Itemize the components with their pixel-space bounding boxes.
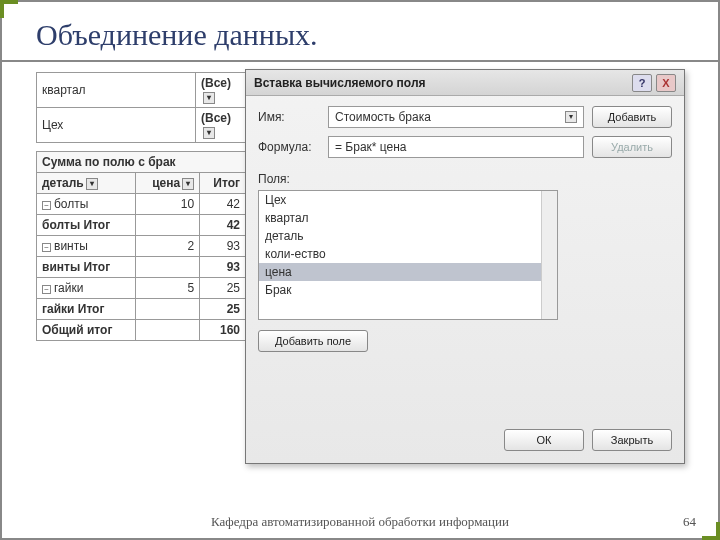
table-cell xyxy=(135,320,199,341)
table-cell: 93 xyxy=(200,257,246,278)
filter-label: Цех xyxy=(37,108,196,143)
dropdown-icon: ▾ xyxy=(203,92,215,104)
table-cell: 93 xyxy=(200,236,246,257)
collapse-icon[interactable]: − xyxy=(42,243,51,252)
dropdown-icon: ▾ xyxy=(86,178,98,190)
list-item[interactable]: квартал xyxy=(259,209,557,227)
col-header[interactable]: цена▾ xyxy=(135,173,199,194)
table-row-label: Общий итог xyxy=(37,320,136,341)
table-cell: 5 xyxy=(135,278,199,299)
add-field-button[interactable]: Добавить поле xyxy=(258,330,368,352)
slide-footer: Кафедра автоматизированной обработки инф… xyxy=(0,514,720,530)
pivot-table: квартал (Все)▾ Цех (Все)▾ Сумма по полю … xyxy=(36,72,246,349)
formula-label: Формула: xyxy=(258,140,320,154)
table-cell: 42 xyxy=(200,194,246,215)
dropdown-icon: ▾ xyxy=(565,111,577,123)
fields-listbox[interactable]: Цехкварталдетальколи-ествоценаБрак xyxy=(258,190,558,320)
table-row-label: винты Итог xyxy=(37,257,136,278)
sum-label: Сумма по полю с брак xyxy=(37,152,246,173)
formula-input[interactable]: = Брак* цена xyxy=(328,136,584,158)
name-input[interactable]: Стоимость брака ▾ xyxy=(328,106,584,128)
list-item[interactable]: Цех xyxy=(259,191,557,209)
fields-label: Поля: xyxy=(258,172,672,186)
scrollbar[interactable] xyxy=(541,191,557,319)
table-row-label: болты Итог xyxy=(37,215,136,236)
table-cell: 42 xyxy=(200,215,246,236)
table-row-label: −гайки xyxy=(37,278,136,299)
dialog-title: Вставка вычисляемого поля xyxy=(254,76,426,90)
filter-value[interactable]: (Все)▾ xyxy=(196,73,246,108)
table-row-label: −винты xyxy=(37,236,136,257)
dialog-titlebar: Вставка вычисляемого поля ? X xyxy=(246,70,684,96)
calc-field-dialog: Вставка вычисляемого поля ? X Имя: Стоим… xyxy=(245,69,685,464)
row-header[interactable]: деталь▾ xyxy=(37,173,136,194)
list-item[interactable]: коли-ество xyxy=(259,245,557,263)
filter-label: квартал xyxy=(37,73,196,108)
collapse-icon[interactable]: − xyxy=(42,201,51,210)
table-cell: 25 xyxy=(200,299,246,320)
table-cell xyxy=(135,215,199,236)
add-button[interactable]: Добавить xyxy=(592,106,672,128)
dropdown-icon: ▾ xyxy=(182,178,194,190)
help-icon[interactable]: ? xyxy=(632,74,652,92)
table-cell xyxy=(135,257,199,278)
collapse-icon[interactable]: − xyxy=(42,285,51,294)
dropdown-icon: ▾ xyxy=(203,127,215,139)
page-number: 64 xyxy=(683,514,696,530)
name-label: Имя: xyxy=(258,110,320,124)
list-item[interactable]: деталь xyxy=(259,227,557,245)
col-header: Итог xyxy=(200,173,246,194)
slide-title: Объединение данных. xyxy=(0,0,720,62)
table-cell: 160 xyxy=(200,320,246,341)
table-cell: 10 xyxy=(135,194,199,215)
table-cell: 25 xyxy=(200,278,246,299)
table-cell xyxy=(135,299,199,320)
delete-button: Удалить xyxy=(592,136,672,158)
filter-value[interactable]: (Все)▾ xyxy=(196,108,246,143)
list-item[interactable]: цена xyxy=(259,263,557,281)
list-item[interactable]: Брак xyxy=(259,281,557,299)
close-icon[interactable]: X xyxy=(656,74,676,92)
table-row-label: гайки Итог xyxy=(37,299,136,320)
close-button[interactable]: Закрыть xyxy=(592,429,672,451)
table-row-label: −болты xyxy=(37,194,136,215)
table-cell: 2 xyxy=(135,236,199,257)
ok-button[interactable]: ОК xyxy=(504,429,584,451)
